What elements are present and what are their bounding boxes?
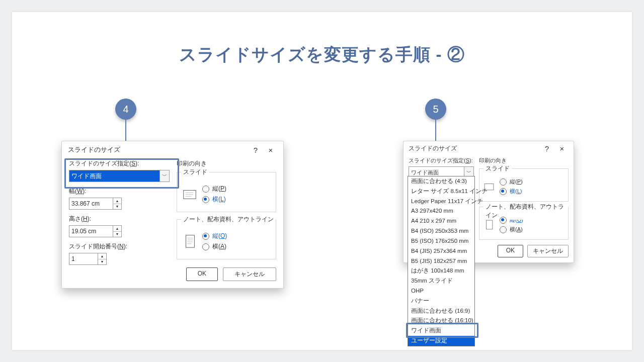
width-spinner[interactable]: 33.867 cm ▲▼: [69, 198, 122, 210]
size-spec-label: スライドのサイズ指定(S):: [69, 159, 170, 168]
spin-down-icon[interactable]: ▼: [98, 259, 106, 265]
dialog1-title: スライドのサイズ: [68, 145, 248, 154]
dropdown-option[interactable]: 35mm スライド: [408, 276, 474, 286]
orientation-notes-label: ノート、配布資料、アウトライン: [181, 215, 276, 224]
notes-landscape-radio-2[interactable]: 横(A): [500, 226, 523, 233]
size-spec-value: ワイド画面: [69, 170, 159, 182]
spin-up-icon[interactable]: ▲: [113, 226, 121, 232]
page-portrait-icon: [182, 234, 197, 249]
radio-label: 横(A): [510, 226, 523, 233]
slides-portrait-radio[interactable]: 縦(P): [202, 185, 226, 193]
dropdown-option[interactable]: OHP: [408, 286, 474, 296]
dropdown-option[interactable]: 画面に合わせる (16:9): [408, 306, 474, 316]
spin-up-icon[interactable]: ▲: [113, 198, 121, 204]
svg-rect-4: [186, 235, 195, 247]
dialog2-title: スライドのサイズ: [409, 144, 539, 153]
orientation-title-2: 印刷の向き: [479, 157, 569, 164]
step-badge-5: 5: [425, 99, 446, 120]
page-portrait-icon: [484, 219, 495, 230]
start-number-spinner[interactable]: 1 ▲▼: [69, 253, 107, 265]
svg-rect-10: [487, 220, 493, 229]
height-value: 19.05 cm: [69, 225, 113, 237]
radio-label: 横(L): [510, 188, 522, 195]
radio-label: 縦(P): [212, 185, 226, 193]
spin-down-icon[interactable]: ▼: [113, 232, 121, 237]
orientation-notes-group-2: ノート、配布資料、アウトライン 縦(O) 横(A: [479, 207, 569, 240]
page-landscape-icon: [182, 187, 197, 202]
dropdown-option[interactable]: B5 (ISO) 176x250 mm: [408, 236, 474, 246]
dropdown-option[interactable]: B5 (JIS) 182x257 mm: [408, 256, 474, 266]
slide-size-dialog-1: スライドのサイズ ? × スライドのサイズ指定(S): ワイド画面 ﹀ 幅(W)…: [61, 141, 284, 289]
slides-landscape-radio-2[interactable]: 横(L): [500, 188, 523, 195]
dropdown-option[interactable]: レター サイズ 8.5x11 インチ: [408, 187, 474, 197]
dropdown-option[interactable]: Ledger Paper 11x17 インチ: [408, 197, 474, 207]
cancel-button-2[interactable]: キャンセル: [527, 245, 569, 257]
dropdown-option-selected[interactable]: ユーザー設定: [408, 336, 474, 346]
orientation-notes-group: ノート、配布資料、アウトライン 縦(O) 横(A: [177, 219, 276, 259]
dialog1-help-button[interactable]: ?: [248, 146, 263, 154]
radio-label: 横(A): [212, 242, 226, 251]
slide-card: スライドサイズを変更する手順 - ② 4 スライドのサイズ ? × スライドのサ…: [12, 12, 632, 350]
notes-landscape-radio[interactable]: 横(A): [202, 242, 227, 251]
spin-up-icon[interactable]: ▲: [98, 253, 106, 259]
page-title: スライドサイズを変更する手順 - ②: [12, 43, 632, 66]
slides-portrait-radio-2[interactable]: 縦(P): [500, 178, 523, 186]
cancel-button[interactable]: キャンセル: [223, 267, 276, 281]
dialog2-help-button[interactable]: ?: [539, 144, 554, 153]
orientation-notes-label-2: ノート、配布資料、アウトライン: [484, 203, 568, 220]
radio-label: 縦(O): [212, 232, 227, 240]
chevron-down-icon[interactable]: ﹀: [159, 170, 170, 182]
dropdown-option[interactable]: A3 297x420 mm: [408, 206, 474, 216]
dropdown-option[interactable]: バナー: [408, 296, 474, 306]
dropdown-option[interactable]: はがき 100x148 mm: [408, 266, 474, 276]
dropdown-option[interactable]: ワイド画面: [408, 326, 474, 336]
orientation-slides-label-2: スライド: [484, 164, 512, 173]
orientation-slides-group: スライド 縦(P) 横(L): [177, 172, 276, 212]
dialog1-close-button[interactable]: ×: [263, 146, 278, 154]
width-value: 33.867 cm: [69, 198, 113, 210]
height-label: 高さ(H):: [69, 215, 170, 223]
height-spinner[interactable]: 19.05 cm ▲▼: [69, 225, 122, 237]
start-number-label: スライド開始番号(N):: [69, 242, 170, 251]
width-label: 幅(W):: [69, 187, 170, 196]
dropdown-option[interactable]: A4 210 x 297 mm: [408, 216, 474, 226]
start-number-value: 1: [69, 253, 98, 265]
step-badge-4: 4: [115, 99, 136, 120]
dropdown-option[interactable]: B4 (JIS) 257x364 mm: [408, 246, 474, 256]
dropdown-option[interactable]: B4 (ISO) 250x353 mm: [408, 226, 474, 236]
dropdown-option[interactable]: 画面に合わせる (4:3): [408, 176, 474, 187]
orientation-title: 印刷の向き: [177, 159, 276, 168]
radio-label: 縦(P): [510, 178, 523, 186]
ok-button-2[interactable]: OK: [498, 245, 523, 257]
size-spec-combo[interactable]: ワイド画面 ﹀: [69, 170, 170, 182]
size-spec-label-2: スライドのサイズ指定(S):: [409, 157, 479, 164]
size-dropdown-list[interactable]: 画面に合わせる (4:3) レター サイズ 8.5x11 インチ Ledger …: [408, 176, 475, 346]
slides-landscape-radio[interactable]: 横(L): [202, 195, 226, 204]
ok-button[interactable]: OK: [186, 267, 218, 281]
notes-portrait-radio[interactable]: 縦(O): [202, 232, 227, 240]
spin-down-icon[interactable]: ▼: [113, 204, 121, 210]
dialog2-close-button[interactable]: ×: [554, 144, 570, 153]
orientation-slides-label: スライド: [181, 168, 209, 176]
radio-label: 横(L): [212, 195, 226, 204]
orientation-slides-group-2: スライド 縦(P) 横(L): [479, 168, 569, 202]
dropdown-option[interactable]: 画面に合わせる (16:10): [408, 316, 474, 326]
